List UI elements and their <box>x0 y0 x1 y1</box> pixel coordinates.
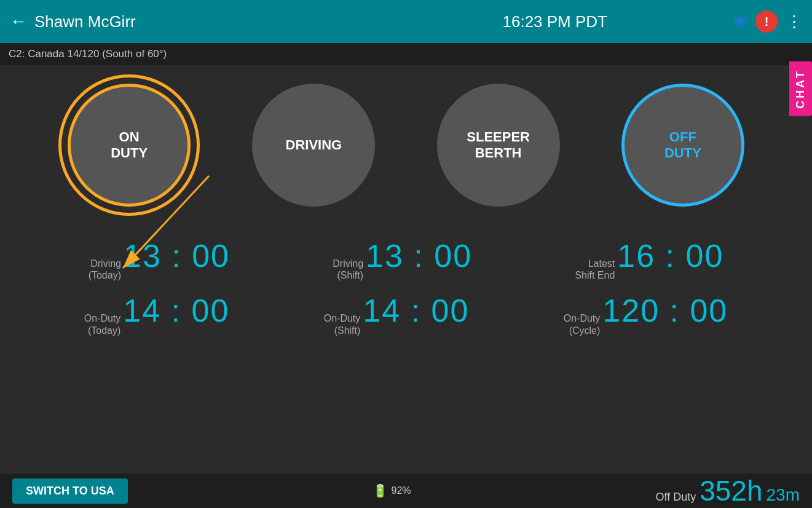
switch-to-usa-button[interactable]: SWITCH TO USA <box>12 478 128 504</box>
off-duty-hours: 352h <box>700 474 762 507</box>
driving-today-value: 13 : 00 <box>124 237 230 274</box>
on-duty-shift-stat: On-Duty(Shift) 14 : 00 <box>324 292 470 336</box>
latest-shift-end-label: LatestShift End <box>575 258 615 281</box>
stats-row-1: Driving(Today) 13 : 00 Driving(Shift) 13… <box>37 237 775 281</box>
latest-shift-end-stat: LatestShift End 16 : 00 <box>575 237 723 281</box>
alert-label: ! <box>765 15 769 29</box>
off-duty-button[interactable]: OFFDUTY <box>621 84 744 207</box>
on-duty-cycle-stat: On-Duty(Cycle) 120 : 00 <box>564 292 728 336</box>
bottom-bar: SWITCH TO USA 🔋 92% Off Duty 352h 23m <box>0 474 812 508</box>
battery-percentage: 92% <box>392 485 411 496</box>
status-buttons-row: ONDUTY DRIVING SLEEPERBERTH OFFDUTY <box>37 84 775 207</box>
chat-tab[interactable]: CHAT <box>789 62 812 116</box>
off-duty-summary-label: Off Duty <box>655 491 696 504</box>
driving-label: DRIVING <box>286 137 342 153</box>
driver-name: Shawn McGirr <box>34 12 377 31</box>
on-duty-shift-value: 14 : 00 <box>363 292 469 329</box>
bluetooth-icon: ✱ <box>733 12 747 31</box>
chat-tab-label: CHAT <box>794 69 806 109</box>
battery-icon: 🔋 <box>372 483 388 498</box>
main-content: ONDUTY DRIVING SLEEPERBERTH OFFDUTY D <box>0 65 812 336</box>
on-duty-cycle-label: On-Duty(Cycle) <box>564 312 601 336</box>
battery-info: 🔋 92% <box>372 483 411 498</box>
more-menu-icon[interactable]: ⋮ <box>786 12 802 31</box>
back-button[interactable]: ← <box>10 12 27 31</box>
on-duty-today-label: On-Duty(Today) <box>84 312 121 336</box>
on-duty-container: ONDUTY <box>68 84 191 207</box>
latest-shift-end-value: 16 : 00 <box>617 237 723 274</box>
sleeper-berth-button[interactable]: SLEEPERBERTH <box>437 84 560 207</box>
on-duty-today-stat: On-Duty(Today) 14 : 00 <box>84 292 230 336</box>
sleeper-berth-label: SLEEPERBERTH <box>467 129 530 162</box>
driving-today-label: Driving(Today) <box>89 258 121 281</box>
off-duty-label: OFFDUTY <box>664 129 701 162</box>
subtitle-bar: C2: Canada 14/120 (South of 60°) <box>0 43 812 65</box>
subtitle-text: C2: Canada 14/120 (South of 60°) <box>9 48 167 60</box>
driving-shift-label: Driving(Shift) <box>333 258 363 281</box>
on-duty-label: ONDUTY <box>111 129 148 162</box>
off-duty-summary: Off Duty 352h 23m <box>655 474 800 507</box>
header-icons: ✱ ! ⋮ <box>733 10 802 33</box>
stats-section: Driving(Today) 13 : 00 Driving(Shift) 13… <box>37 237 775 336</box>
header: ← Shawn McGirr 16:23 PM PDT ✱ ! ⋮ <box>0 0 812 43</box>
on-duty-shift-label: On-Duty(Shift) <box>324 312 361 336</box>
on-duty-today-value: 14 : 00 <box>123 292 229 329</box>
driving-shift-stat: Driving(Shift) 13 : 00 <box>333 237 472 281</box>
off-duty-minutes: 23m <box>767 485 800 505</box>
alert-icon[interactable]: ! <box>755 10 778 33</box>
on-duty-cycle-value: 120 : 00 <box>602 292 728 329</box>
on-duty-button[interactable]: ONDUTY <box>68 84 191 207</box>
stats-row-2: On-Duty(Today) 14 : 00 On-Duty(Shift) 14… <box>37 292 775 336</box>
driving-button[interactable]: DRIVING <box>252 84 375 207</box>
driving-shift-value: 13 : 00 <box>366 237 472 274</box>
time-display: 16:23 PM PDT <box>384 12 727 31</box>
driving-today-stat: Driving(Today) 13 : 00 <box>89 237 230 281</box>
